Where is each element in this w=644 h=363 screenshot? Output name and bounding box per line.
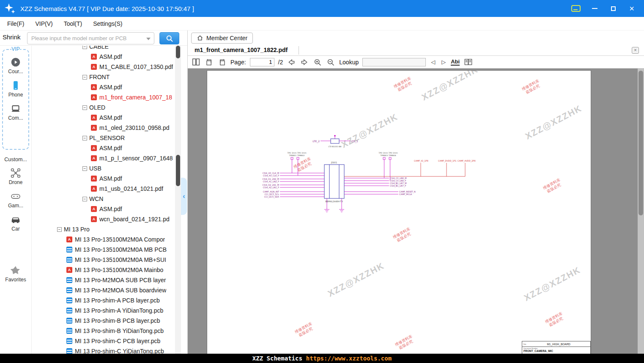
svg-text:CSI4_A0_CLK_P: CSI4_A0_CLK_P	[263, 174, 279, 177]
tree-file-mi-13-pro-shim-b-pcb-layer-pcb[interactable]: MI 13 Pro-shim-B PCB layer.pcb	[32, 316, 175, 326]
tree-file-asm-pdf[interactable]: AASM.pdf	[32, 143, 175, 153]
close-button[interactable]: ×	[627, 4, 636, 13]
tree-node-cable[interactable]: −CABLE	[32, 46, 175, 52]
collapse-minus-icon[interactable]: −	[82, 197, 87, 201]
menu-item-settings[interactable]: Settings(S)	[88, 20, 128, 27]
sidebar-item-phone[interactable]: Phone	[3, 80, 28, 98]
collapse-minus-icon[interactable]: −	[57, 227, 62, 232]
rotate-left-icon	[205, 58, 213, 66]
lookup-input[interactable]	[362, 58, 426, 66]
tree-node-pl-sensor[interactable]: −PL_SENSOR	[32, 133, 175, 143]
sidebar-item-computer[interactable]: Com...	[3, 103, 28, 121]
shrink-button[interactable]: Shrink	[3, 33, 21, 41]
tree-node-mi-13-pro[interactable]: −MI 13 Pro	[32, 224, 175, 234]
tree-file-mi-13-pro-shim-b-yidiantong-pcb[interactable]: MI 13 Pro-shim-B YiDianTong.pcb	[32, 326, 175, 336]
tree-file-wcn-board-0214-1921-pd[interactable]: Awcn_board_0214_1921.pd	[32, 214, 175, 224]
tree-file-asm-pdf[interactable]: AASM.pdf	[32, 204, 175, 214]
vip-card-icon[interactable]	[571, 5, 581, 12]
rotate-right-button[interactable]	[217, 58, 227, 67]
tree-file-m1-usb-0214-1021-pdf[interactable]: Am1_usb_0214_1021.pdf	[32, 184, 175, 194]
tree-file-mi-13-pro-m2moa-sub-boardview[interactable]: MI 13 Pro-M2MOA SUB boardview	[32, 285, 175, 295]
tree-file-mi-13-pro-shim-a-yidiantong-pcb[interactable]: MI 13 Pro-shim-A YiDianTong.pcb	[32, 305, 175, 316]
file-tree-panel: −CABLEAASM.pdfAM1_CABLE_0107_1350.pdf−FR…	[32, 46, 181, 354]
match-case-button[interactable]: Abi	[451, 59, 460, 66]
pcb-file-icon	[66, 257, 72, 263]
next-page-button[interactable]	[300, 58, 309, 67]
pcb-file-icon	[66, 287, 72, 293]
sidebar-item-car[interactable]: Car	[2, 214, 29, 232]
sidebar-item-course[interactable]: Cour...	[3, 57, 28, 74]
menu-item-vip[interactable]: VIP(V)	[30, 20, 58, 27]
menu-item-file[interactable]: File(F)	[2, 20, 30, 27]
svg-text:TPM803 TPM804: TPM803 TPM804	[380, 154, 396, 157]
chevron-down-icon[interactable]	[146, 38, 151, 40]
tree-node-wcn[interactable]: −WCN	[32, 194, 175, 204]
collapse-minus-icon[interactable]: −	[82, 105, 87, 110]
rotate-left-button[interactable]	[204, 58, 214, 67]
pdf-file-icon: A	[91, 145, 97, 151]
drone-icon	[10, 168, 21, 179]
zoom-out-button[interactable]	[326, 58, 335, 67]
page-number-input[interactable]	[250, 58, 274, 66]
tree-node-usb[interactable]: −USB	[32, 163, 175, 173]
tree-item-label: OLED	[89, 104, 105, 111]
tree-file-mi-13-pro-m2moa-sub-pcb-layer[interactable]: MI 13 Pro-M2MOA SUB PCB layer	[32, 275, 175, 285]
tab-pdf-document[interactable]: m1_front_camera_1007_1822.pdf	[195, 45, 288, 56]
tree-node-oled[interactable]: −OLED	[32, 102, 175, 113]
viewer-scrollbar-thumb[interactable]	[639, 71, 643, 215]
tree-file-mi-13-pro-shim-c-pcb-layer-pcb[interactable]: MI 13 Pro-shim-C PCB layer.pcb	[32, 336, 175, 346]
collapse-minus-icon[interactable]: −	[82, 75, 87, 80]
tree-node-front[interactable]: −FRONT	[32, 72, 175, 82]
member-center-button[interactable]: Member Center	[191, 33, 253, 44]
tree-file-mi-13-pro-135100m2m0a-mainbo[interactable]: AMI 13 Pro-135100M2M0A Mainbo	[32, 265, 175, 275]
sidebar-item-game[interactable]: Gam...	[2, 191, 29, 209]
tree-file-mi-13-pro-shim-c-yidiantong-pcb[interactable]: MI 13 Pro-shim-C YiDianTong.pcb	[32, 346, 175, 354]
find-next-button[interactable]: ▷	[440, 59, 447, 65]
tree-file-m1-p-l-sensor-0907-1648[interactable]: Am1_p_l_sensor_0907_1648	[32, 153, 175, 163]
collapse-minus-icon[interactable]: −	[82, 136, 87, 140]
two-page-view-button[interactable]	[463, 58, 473, 67]
menu-item-tool[interactable]: Tool(T)	[58, 20, 88, 27]
search-button[interactable]	[159, 32, 179, 44]
tree-file-asm-pdf[interactable]: AASM.pdf	[32, 173, 175, 184]
sidebar-item-drone[interactable]: Drone	[2, 168, 29, 185]
close-tab-icon[interactable]: ×	[632, 47, 639, 54]
collapse-minus-icon[interactable]: −	[82, 46, 87, 49]
tree-file-mi-13-pro-135100m2m0a-mb-pcb[interactable]: MI 13 Pro-135100M2M0A MB PCB	[32, 245, 175, 255]
tree-item-label: MI 13 Pro	[64, 226, 90, 233]
search-icon	[165, 34, 174, 43]
find-previous-button[interactable]: ◁	[430, 59, 436, 65]
maximize-button[interactable]	[608, 4, 618, 13]
tree-scrollbar-segment[interactable]	[176, 46, 180, 58]
pcb-file-icon	[66, 318, 72, 324]
collapse-panel-handle[interactable]: ‹	[181, 178, 187, 215]
panel-splitter: ‹	[181, 46, 187, 354]
sidebar-item-favorites[interactable]: Favorites	[2, 265, 29, 283]
tree-file-mi-13-pro-135100m2m0a-compor[interactable]: AMI 13 Pro-135100M2M0A Compor	[32, 234, 175, 245]
tree-scrollbar-thumb[interactable]	[176, 155, 180, 186]
tree-scrollbar[interactable]	[175, 46, 181, 354]
page-label: Page:	[230, 59, 246, 66]
tree-file-asm-pdf[interactable]: AASM.pdf	[32, 113, 175, 123]
svg-text:CAMF_IO_1P8: CAMF_IO_1P8	[414, 160, 428, 162]
facing-pages-button[interactable]	[191, 58, 200, 67]
pdf-viewer: XZZ@XZZHKXZZ@XZZHKXZZ@XZZHKXZZ@XZZHKXZZ@…	[188, 69, 644, 354]
pdf-file-icon: A	[91, 186, 97, 192]
tree-file-m1-oled-230110-0958-pd[interactable]: Am1_oled_230110_0958.pd	[32, 123, 175, 133]
tree-item-label: MI 13 Pro-135100M2M0A Mainbo	[75, 267, 163, 273]
tree-file-m1-front-camera-1007-18[interactable]: Am1_front_camera_1007_18	[32, 92, 175, 102]
tree-file-asm-pdf[interactable]: AASM.pdf	[32, 82, 175, 92]
zoom-in-button[interactable]	[313, 58, 322, 67]
viewer-scrollbar[interactable]	[638, 69, 644, 354]
model-search-input[interactable]	[27, 33, 154, 44]
tree-file-m1-cable-0107-1350-pdf[interactable]: AM1_CABLE_0107_1350.pdf	[32, 62, 175, 72]
schematic-title-block: Title M1_HIGH_BOARD Document Number FRON…	[522, 341, 591, 354]
previous-page-button[interactable]	[287, 58, 296, 67]
collapse-minus-icon[interactable]: −	[82, 166, 87, 171]
tree-file-mi-13-pro-shim-a-pcb-layer-pcb[interactable]: MI 13 Pro-shim-A PCB layer.pcb	[32, 295, 175, 305]
tree-file-asm-pdf[interactable]: AASM.pdf	[32, 52, 175, 62]
pcb-file-icon	[66, 328, 72, 334]
minimize-button[interactable]	[590, 4, 599, 13]
tree-file-mi-13-pro-135100m2m0a-mb-sui[interactable]: MI 13 Pro-135100M2M0A MB+SUI	[32, 255, 175, 265]
sidebar-custom-title: Custom...	[2, 157, 29, 162]
